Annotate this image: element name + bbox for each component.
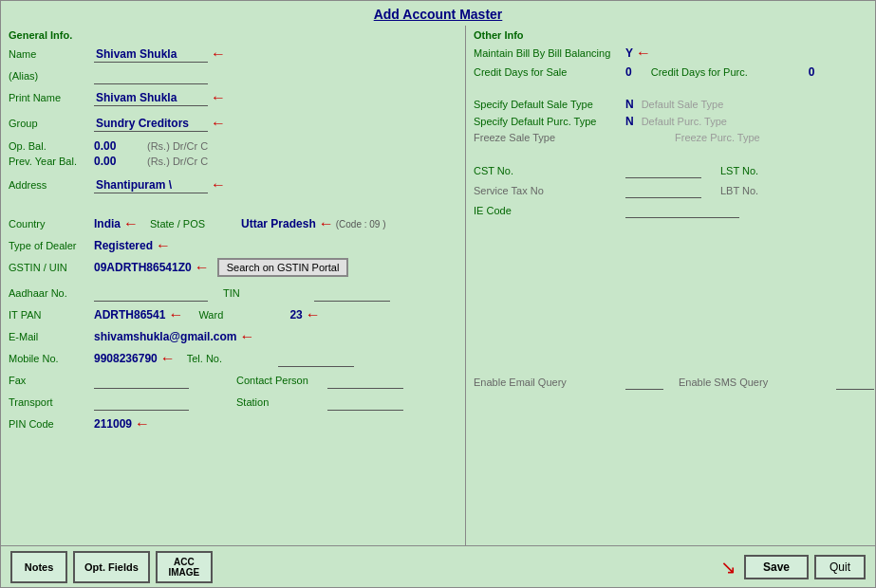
group-label: Group <box>9 118 94 129</box>
itpan-row: IT PAN ADRTH86541 ← Ward 23 ← <box>9 305 457 324</box>
main-container: Add Account Master General Info. Name Sh… <box>0 0 876 588</box>
default-purc-label: Specify Default Purc. Type <box>474 116 625 127</box>
lst-label: LST No. <box>720 165 872 176</box>
service-tax-label: Service Tax No <box>474 185 625 196</box>
email-arrow: ← <box>239 328 254 345</box>
email-row: E-Mail shivamshukla@gmail.com ← <box>9 327 457 346</box>
freeze-sale-type: Freeze Purc. Type <box>675 132 760 143</box>
prev-bal-suffix: (Rs.) Dr/Cr C <box>147 156 208 167</box>
default-sale-type: Default Sale Type <box>642 99 724 110</box>
alias-value[interactable] <box>94 68 208 84</box>
transport-value[interactable] <box>94 395 189 411</box>
save-button[interactable]: Save <box>744 555 809 579</box>
state-value[interactable]: Uttar Pradesh <box>241 217 316 230</box>
gstin-search-button[interactable]: Search on GSTIN Portal <box>217 258 349 277</box>
email-label: E-Mail <box>9 331 94 342</box>
station-label: Station <box>236 396 322 408</box>
cst-row: CST No. LST No. <box>474 162 867 178</box>
dealer-arrow: ← <box>156 237 171 254</box>
aadhaar-value[interactable] <box>94 285 208 302</box>
service-tax-value[interactable] <box>625 182 701 198</box>
left-panel: General Info. Name Shivam Shukla ← (Alia… <box>1 26 466 545</box>
sms-query-label: Enable SMS Query <box>679 377 830 388</box>
maintain-label: Maintain Bill By Bill Balancing <box>474 47 625 59</box>
state-label: State / POS <box>150 218 235 230</box>
contact-value[interactable] <box>327 373 403 389</box>
mobile-value[interactable]: 9908236790 <box>94 352 158 365</box>
country-row: Country India ← State / POS Uttar Prades… <box>9 214 457 233</box>
address-value[interactable]: Shantipuram \ <box>94 177 208 193</box>
email-value[interactable]: shivamshukla@gmail.com <box>94 330 236 343</box>
credit-days-purc-label: Credit Days for Purc. <box>651 66 803 78</box>
bottom-bar: Notes Opt. Fields ACCIMAGE ↘ Save Quit <box>1 545 875 587</box>
country-arrow: ← <box>123 215 139 232</box>
notes-button[interactable]: Notes <box>10 551 67 583</box>
email-query-value[interactable] <box>625 374 663 390</box>
aadhaar-row: Aadhaar No. TIN <box>9 284 457 303</box>
cst-label: CST No. <box>474 165 625 176</box>
email-query-label: Enable Email Query <box>474 377 625 388</box>
transport-row: Transport Station <box>9 393 457 412</box>
sms-query-value[interactable] <box>836 374 874 390</box>
cst-value[interactable] <box>625 162 701 178</box>
itpan-value[interactable]: ADRTH86541 <box>94 308 165 322</box>
ie-value[interactable] <box>625 202 739 218</box>
gstin-value[interactable]: 09ADRTH86541Z0 <box>94 261 192 274</box>
address-label: Address <box>9 179 94 191</box>
default-sale-row: Specify Default Sale Type N Default Sale… <box>474 98 867 111</box>
itpan-arrow: ← <box>168 306 183 323</box>
credit-days-sale-value[interactable]: 0 <box>625 65 632 79</box>
tin-value[interactable] <box>314 285 390 302</box>
default-purc-value[interactable]: N <box>625 115 634 128</box>
maintain-arrow: ← <box>636 45 651 62</box>
fax-value[interactable] <box>94 373 189 389</box>
print-name-arrow: ← <box>211 89 226 106</box>
default-sale-label: Specify Default Sale Type <box>474 99 625 110</box>
credit-days-purc-value[interactable]: 0 <box>809 65 815 79</box>
alias-row: (Alias) <box>9 66 457 85</box>
right-panel: Other Info Maintain Bill By Bill Balanci… <box>466 26 875 545</box>
mobile-label: Mobile No. <box>9 353 94 364</box>
tin-label: TIN <box>223 287 308 299</box>
query-row: Enable Email Query Enable SMS Query <box>474 374 867 390</box>
default-sale-value[interactable]: N <box>625 98 634 111</box>
address-row: Address Shantipuram \ ← <box>9 175 457 194</box>
fax-label: Fax <box>9 375 94 386</box>
tel-value[interactable] <box>278 351 354 367</box>
group-row: Group Sundry Creditors ← <box>9 114 457 133</box>
station-value[interactable] <box>327 395 403 411</box>
service-tax-row: Service Tax No LBT No. <box>474 182 867 198</box>
name-value[interactable]: Shivam Shukla <box>94 46 208 63</box>
transport-label: Transport <box>9 396 94 408</box>
quit-button[interactable]: Quit <box>814 555 866 579</box>
state-arrow: ← <box>319 215 334 232</box>
print-name-row: Print Name Shivam Shukla ← <box>9 88 457 107</box>
op-bal-value[interactable]: 0.00 <box>94 139 141 153</box>
country-value[interactable]: India <box>94 217 121 230</box>
acc-image-button[interactable]: ACCIMAGE <box>156 551 213 583</box>
alias-label: (Alias) <box>9 70 94 82</box>
pin-label: PIN Code <box>9 418 94 430</box>
pin-value[interactable]: 211009 <box>94 417 132 431</box>
maintain-value[interactable]: Y <box>625 46 633 60</box>
prev-bal-label: Prev. Year Bal. <box>9 156 94 167</box>
group-value[interactable]: Sundry Creditors <box>94 116 208 132</box>
ie-row: IE Code <box>474 202 867 218</box>
bottom-left-buttons: Notes Opt. Fields ACCIMAGE <box>10 551 213 583</box>
opt-fields-button[interactable]: Opt. Fields <box>73 551 150 583</box>
left-section-title: General Info. <box>9 29 457 41</box>
print-name-value[interactable]: Shivam Shukla <box>94 90 208 106</box>
ward-value[interactable]: 23 <box>289 308 302 322</box>
lbt-label: LBT No. <box>720 185 872 196</box>
default-purc-type: Default Purc. Type <box>642 116 727 127</box>
op-bal-label: Op. Bal. <box>9 140 94 152</box>
freeze-row: Freeze Sale Type Freeze Purc. Type <box>474 132 867 143</box>
pin-row: PIN Code 211009 ← <box>9 414 457 433</box>
mobile-row: Mobile No. 9908236790 ← Tel. No. <box>9 349 457 368</box>
mobile-arrow: ← <box>160 350 176 367</box>
print-name-label: Print Name <box>9 92 94 103</box>
gstin-row: GSTIN / UIN 09ADRTH86541Z0 ← Search on G… <box>9 258 457 277</box>
ie-label: IE Code <box>474 205 625 216</box>
dealer-value[interactable]: Registered <box>94 239 153 252</box>
prev-bal-value[interactable]: 0.00 <box>94 155 141 168</box>
